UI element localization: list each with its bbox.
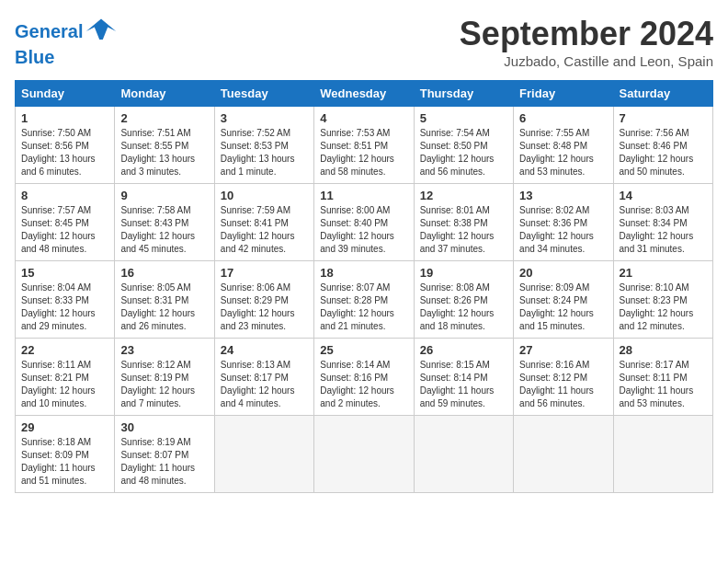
day-number: 2 — [120, 111, 208, 125]
day-number: 21 — [620, 266, 707, 280]
day-cell: 27 Sunrise: 8:16 AM Sunset: 8:12 PM Dayl… — [514, 339, 613, 416]
logo-bird-icon — [85, 15, 118, 48]
day-info: Sunrise: 8:12 AM Sunset: 8:19 PM Dayligh… — [120, 359, 208, 410]
header-wednesday: Wednesday — [314, 81, 414, 107]
day-info: Sunrise: 7:53 AM Sunset: 8:51 PM Dayligh… — [320, 127, 407, 178]
day-number: 25 — [320, 343, 407, 357]
day-cell: 15 Sunrise: 8:04 AM Sunset: 8:33 PM Dayl… — [16, 261, 115, 339]
header-saturday: Saturday — [613, 81, 712, 107]
day-info: Sunrise: 7:56 AM Sunset: 8:46 PM Dayligh… — [620, 127, 707, 178]
day-info: Sunrise: 8:03 AM Sunset: 8:34 PM Dayligh… — [620, 204, 707, 256]
calendar-title-block: September 2024 Juzbado, Castille and Leo… — [460, 15, 713, 69]
day-cell: 3 Sunrise: 7:52 AM Sunset: 8:53 PM Dayli… — [214, 107, 313, 184]
day-info: Sunrise: 7:50 AM Sunset: 8:56 PM Dayligh… — [21, 127, 108, 178]
day-number: 28 — [620, 343, 707, 357]
week-row-1: 1 Sunrise: 7:50 AM Sunset: 8:56 PM Dayli… — [16, 107, 713, 184]
day-cell: 23 Sunrise: 8:12 AM Sunset: 8:19 PM Dayl… — [115, 339, 214, 416]
day-cell: 17 Sunrise: 8:06 AM Sunset: 8:29 PM Dayl… — [214, 261, 313, 339]
day-cell: 14 Sunrise: 8:03 AM Sunset: 8:34 PM Dayl… — [613, 184, 712, 261]
day-cell: 24 Sunrise: 8:13 AM Sunset: 8:17 PM Dayl… — [214, 339, 313, 416]
header-friday: Friday — [514, 81, 613, 107]
day-number: 9 — [120, 189, 208, 202]
day-info: Sunrise: 8:07 AM Sunset: 8:28 PM Dayligh… — [320, 282, 407, 333]
day-cell — [314, 416, 414, 493]
day-cell: 8 Sunrise: 7:57 AM Sunset: 8:45 PM Dayli… — [16, 184, 115, 261]
day-info: Sunrise: 8:10 AM Sunset: 8:23 PM Dayligh… — [620, 282, 707, 333]
day-cell: 25 Sunrise: 8:14 AM Sunset: 8:16 PM Dayl… — [314, 339, 414, 416]
day-cell: 21 Sunrise: 8:10 AM Sunset: 8:23 PM Dayl… — [613, 261, 712, 339]
day-number: 17 — [221, 266, 308, 280]
calendar-subtitle: Juzbado, Castille and Leon, Spain — [460, 53, 713, 69]
calendar-header-row: SundayMondayTuesdayWednesdayThursdayFrid… — [16, 81, 713, 107]
week-row-5: 29 Sunrise: 8:18 AM Sunset: 8:09 PM Dayl… — [16, 416, 713, 493]
week-row-2: 8 Sunrise: 7:57 AM Sunset: 8:45 PM Dayli… — [16, 184, 713, 261]
day-number: 12 — [420, 189, 507, 202]
day-info: Sunrise: 8:19 AM Sunset: 8:07 PM Dayligh… — [120, 436, 208, 488]
day-cell: 16 Sunrise: 8:05 AM Sunset: 8:31 PM Dayl… — [115, 261, 214, 339]
day-cell: 19 Sunrise: 8:08 AM Sunset: 8:26 PM Dayl… — [414, 261, 513, 339]
svg-marker-0 — [86, 19, 116, 40]
day-info: Sunrise: 8:09 AM Sunset: 8:24 PM Dayligh… — [519, 282, 607, 333]
day-number: 10 — [221, 189, 308, 202]
logo: General Blue — [15, 15, 118, 66]
day-cell: 26 Sunrise: 8:15 AM Sunset: 8:14 PM Dayl… — [414, 339, 513, 416]
day-number: 26 — [420, 343, 507, 357]
logo-general: General — [15, 22, 83, 40]
day-cell: 18 Sunrise: 8:07 AM Sunset: 8:28 PM Dayl… — [314, 261, 414, 339]
day-info: Sunrise: 7:57 AM Sunset: 8:45 PM Dayligh… — [21, 204, 108, 256]
day-number: 8 — [21, 189, 108, 202]
day-number: 22 — [21, 343, 108, 357]
day-number: 27 — [519, 343, 607, 357]
day-info: Sunrise: 8:18 AM Sunset: 8:09 PM Dayligh… — [21, 436, 108, 488]
day-cell — [613, 416, 712, 493]
day-cell: 10 Sunrise: 7:59 AM Sunset: 8:41 PM Dayl… — [214, 184, 313, 261]
day-number: 23 — [120, 343, 208, 357]
day-cell: 1 Sunrise: 7:50 AM Sunset: 8:56 PM Dayli… — [16, 107, 115, 184]
day-cell: 20 Sunrise: 8:09 AM Sunset: 8:24 PM Dayl… — [514, 261, 613, 339]
header-sunday: Sunday — [16, 81, 115, 107]
day-info: Sunrise: 8:00 AM Sunset: 8:40 PM Dayligh… — [320, 204, 407, 256]
day-cell — [514, 416, 613, 493]
day-number: 24 — [221, 343, 308, 357]
day-info: Sunrise: 8:16 AM Sunset: 8:12 PM Dayligh… — [519, 359, 607, 410]
day-info: Sunrise: 7:52 AM Sunset: 8:53 PM Dayligh… — [221, 127, 308, 178]
page-header: General Blue September 2024 Juzbado, Cas… — [15, 15, 713, 69]
day-info: Sunrise: 8:17 AM Sunset: 8:11 PM Dayligh… — [620, 359, 707, 410]
day-cell: 5 Sunrise: 7:54 AM Sunset: 8:50 PM Dayli… — [414, 107, 513, 184]
header-tuesday: Tuesday — [214, 81, 313, 107]
day-info: Sunrise: 7:59 AM Sunset: 8:41 PM Dayligh… — [221, 204, 308, 256]
day-info: Sunrise: 8:13 AM Sunset: 8:17 PM Dayligh… — [221, 359, 308, 410]
day-number: 7 — [620, 111, 707, 125]
day-info: Sunrise: 8:02 AM Sunset: 8:36 PM Dayligh… — [519, 204, 607, 256]
day-cell: 28 Sunrise: 8:17 AM Sunset: 8:11 PM Dayl… — [613, 339, 712, 416]
day-info: Sunrise: 7:55 AM Sunset: 8:48 PM Dayligh… — [519, 127, 607, 178]
day-number: 5 — [420, 111, 507, 125]
day-number: 18 — [320, 266, 407, 280]
day-info: Sunrise: 8:11 AM Sunset: 8:21 PM Dayligh… — [21, 359, 108, 410]
week-row-3: 15 Sunrise: 8:04 AM Sunset: 8:33 PM Dayl… — [16, 261, 713, 339]
day-info: Sunrise: 8:04 AM Sunset: 8:33 PM Dayligh… — [21, 282, 108, 333]
day-number: 13 — [519, 189, 607, 202]
day-number: 19 — [420, 266, 507, 280]
day-cell: 30 Sunrise: 8:19 AM Sunset: 8:07 PM Dayl… — [115, 416, 214, 493]
day-info: Sunrise: 8:01 AM Sunset: 8:38 PM Dayligh… — [420, 204, 507, 256]
day-cell: 13 Sunrise: 8:02 AM Sunset: 8:36 PM Dayl… — [514, 184, 613, 261]
logo-blue: Blue — [15, 48, 54, 66]
header-thursday: Thursday — [414, 81, 513, 107]
day-number: 11 — [320, 189, 407, 202]
day-info: Sunrise: 7:58 AM Sunset: 8:43 PM Dayligh… — [120, 204, 208, 256]
day-info: Sunrise: 8:05 AM Sunset: 8:31 PM Dayligh… — [120, 282, 208, 333]
day-cell: 12 Sunrise: 8:01 AM Sunset: 8:38 PM Dayl… — [414, 184, 513, 261]
day-cell: 11 Sunrise: 8:00 AM Sunset: 8:40 PM Dayl… — [314, 184, 414, 261]
day-cell: 6 Sunrise: 7:55 AM Sunset: 8:48 PM Dayli… — [514, 107, 613, 184]
day-number: 29 — [21, 420, 108, 434]
day-info: Sunrise: 7:54 AM Sunset: 8:50 PM Dayligh… — [420, 127, 507, 178]
day-cell: 4 Sunrise: 7:53 AM Sunset: 8:51 PM Dayli… — [314, 107, 414, 184]
day-cell: 22 Sunrise: 8:11 AM Sunset: 8:21 PM Dayl… — [16, 339, 115, 416]
day-cell: 7 Sunrise: 7:56 AM Sunset: 8:46 PM Dayli… — [613, 107, 712, 184]
day-number: 6 — [519, 111, 607, 125]
calendar-title: September 2024 — [460, 15, 713, 53]
day-cell: 2 Sunrise: 7:51 AM Sunset: 8:55 PM Dayli… — [115, 107, 214, 184]
day-info: Sunrise: 8:08 AM Sunset: 8:26 PM Dayligh… — [420, 282, 507, 333]
calendar-table: SundayMondayTuesdayWednesdayThursdayFrid… — [15, 80, 713, 493]
